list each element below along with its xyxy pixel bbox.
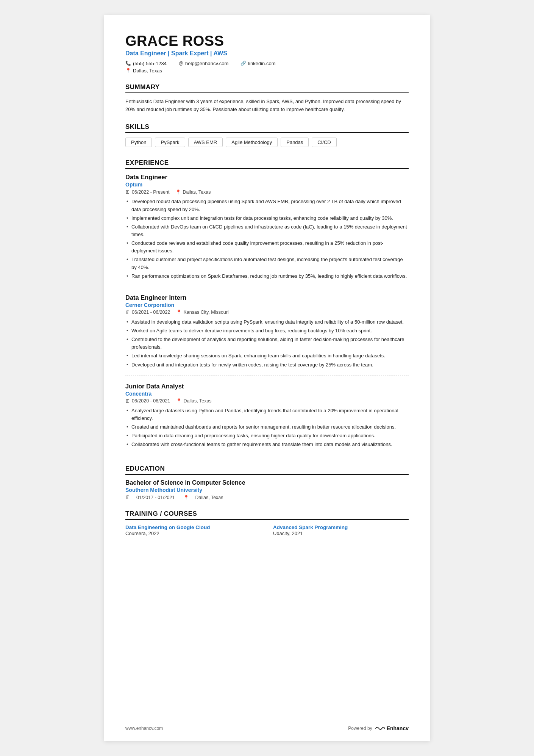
email-address: help@enhancv.com — [185, 61, 228, 66]
enhancv-brand-name: Enhancv — [387, 725, 409, 731]
training-item-name: Advanced Spark Programming — [273, 524, 409, 530]
jobs-container: Data EngineerOptum🗓 06/2022 - Present📍 D… — [125, 174, 409, 455]
education-container: Bachelor of Science in Computer ScienceS… — [125, 479, 409, 500]
job-location: 📍 Dallas, Texas — [175, 189, 211, 195]
enhancv-logo: Enhancv — [375, 725, 409, 732]
pin-icon: 📍 — [183, 495, 189, 500]
contact-row-2: 📍 Dallas, Texas — [125, 68, 409, 74]
training-grid: Data Engineering on Google CloudCoursera… — [125, 524, 409, 536]
summary-title: SUMMARY — [125, 83, 409, 93]
edu-block: Bachelor of Science in Computer ScienceS… — [125, 479, 409, 500]
training-item: Data Engineering on Google CloudCoursera… — [125, 524, 261, 536]
footer-url: www.enhancv.com — [125, 726, 163, 731]
skill-tag: Agile Methodology — [226, 138, 278, 147]
phone-number: (555) 555-1234 — [133, 61, 167, 66]
email-item: @ help@enhancv.com — [179, 61, 228, 66]
bullet-item: Translated customer and project specific… — [125, 256, 409, 271]
job-date: 🗓 06/2022 - Present — [125, 189, 169, 195]
summary-section: SUMMARY Enthusiastic Data Engineer with … — [125, 83, 409, 114]
job-meta: 🗓 06/2022 - Present📍 Dallas, Texas — [125, 189, 409, 195]
bullet-item: Created and maintained dashboards and re… — [125, 423, 409, 431]
training-title: TRAINING / COURSES — [125, 510, 409, 520]
bullet-item: Assisted in developing data validation s… — [125, 318, 409, 326]
job-date: 🗓 06/2020 - 06/2021 — [125, 398, 170, 404]
bullet-item: Analyzed large datasets using Python and… — [125, 407, 409, 422]
job-meta: 🗓 06/2021 - 06/2022📍 Kansas City, Missou… — [125, 310, 409, 315]
bullet-item: Conducted code reviews and established c… — [125, 239, 409, 255]
pin-icon: 📍 — [175, 189, 181, 195]
calendar-icon: 🗓 — [125, 495, 130, 500]
powered-by-label: Powered by — [348, 726, 372, 731]
pin-icon: 📍 — [176, 310, 182, 315]
page-footer: www.enhancv.com Powered by Enhancv — [125, 721, 409, 732]
location-icon: 📍 — [125, 68, 131, 73]
bullet-item: Ran performance optimizations on Spark D… — [125, 272, 409, 280]
training-section: TRAINING / COURSES Data Engineering on G… — [125, 510, 409, 536]
edu-degree: Bachelor of Science in Computer Science — [125, 479, 409, 486]
training-item-provider: Udacity, 2021 — [273, 531, 409, 536]
bullet-item: Participated in data cleaning and prepro… — [125, 432, 409, 440]
training-item-provider: Coursera, 2022 — [125, 531, 261, 536]
skill-tag: PySpark — [155, 138, 185, 147]
calendar-icon: 🗓 — [125, 398, 130, 404]
job-meta: 🗓 06/2020 - 06/2021📍 Dallas, Texas — [125, 398, 409, 404]
skills-row: PythonPySparkAWS EMRAgile MethodologyPan… — [125, 138, 409, 149]
bullet-item: Led internal knowledge sharing sessions … — [125, 352, 409, 360]
training-item-name: Data Engineering on Google Cloud — [125, 524, 261, 530]
job-location: 📍 Kansas City, Missouri — [176, 310, 228, 315]
bullet-item: Developed unit and integration tests for… — [125, 361, 409, 369]
job-location: 📍 Dallas, Texas — [176, 398, 211, 404]
job-title: Data Engineer — [125, 174, 409, 181]
candidate-name: GRACE ROSS — [125, 33, 409, 49]
resume-page: GRACE ROSS Data Engineer | Spark Expert … — [104, 15, 430, 741]
phone-item: 📞 (555) 555-1234 — [125, 61, 167, 66]
job-title: Junior Data Analyst — [125, 383, 409, 390]
job-bullets: Assisted in developing data validation s… — [125, 318, 409, 369]
linkedin-item: 🔗 linkedin.com — [240, 61, 275, 66]
location-text: Dallas, Texas — [133, 68, 162, 74]
job-bullets: Developed robust data processing pipelin… — [125, 198, 409, 280]
job-company: Optum — [125, 182, 409, 188]
enhancv-icon — [375, 725, 385, 732]
location-item: 📍 Dallas, Texas — [125, 68, 162, 74]
linkedin-icon: 🔗 — [240, 61, 246, 66]
skill-tag: Python — [125, 138, 152, 147]
bullet-item: Collaborated with cross-functional teams… — [125, 441, 409, 448]
calendar-icon: 🗓 — [125, 189, 130, 195]
job-company: Concentra — [125, 391, 409, 397]
job-bullets: Analyzed large datasets using Python and… — [125, 407, 409, 449]
job-block: Data Engineer InternCerner Corporation🗓 … — [125, 294, 409, 376]
contact-row-1: 📞 (555) 555-1234 @ help@enhancv.com 🔗 li… — [125, 61, 409, 66]
skills-title: SKILLS — [125, 123, 409, 133]
skill-tag: CI/CD — [312, 138, 336, 147]
phone-icon: 📞 — [125, 61, 131, 66]
summary-text: Enthusiastic Data Engineer with 3 years … — [125, 98, 409, 114]
bullet-item: Developed robust data processing pipelin… — [125, 198, 409, 213]
education-title: EDUCATION — [125, 465, 409, 475]
job-block: Data EngineerOptum🗓 06/2022 - Present📍 D… — [125, 174, 409, 287]
calendar-icon: 🗓 — [125, 310, 130, 315]
linkedin-url: linkedin.com — [248, 61, 275, 66]
skill-tag: AWS EMR — [188, 138, 223, 147]
bullet-item: Implemented complex unit and integration… — [125, 214, 409, 222]
email-icon: @ — [179, 61, 183, 66]
job-company: Cerner Corporation — [125, 302, 409, 308]
job-block: Junior Data AnalystConcentra🗓 06/2020 - … — [125, 383, 409, 455]
bullet-item: Collaborated with DevOps team on CI/CD p… — [125, 223, 409, 238]
edu-school: Southern Methodist University — [125, 487, 409, 493]
bullet-item: Worked on Agile teams to deliver iterati… — [125, 327, 409, 335]
education-section: EDUCATION Bachelor of Science in Compute… — [125, 465, 409, 500]
skill-tag: Pandas — [281, 138, 309, 147]
job-date: 🗓 06/2021 - 06/2022 — [125, 310, 170, 315]
candidate-title: Data Engineer | Spark Expert | AWS — [125, 50, 409, 57]
experience-title: EXPERIENCE — [125, 159, 409, 169]
footer-powered-by: Powered by Enhancv — [348, 725, 409, 732]
edu-meta: 🗓 01/2017 - 01/2021 📍 Dallas, Texas — [125, 495, 409, 500]
pin-icon: 📍 — [176, 398, 182, 404]
header: GRACE ROSS Data Engineer | Spark Expert … — [125, 33, 409, 74]
skills-section: SKILLS PythonPySparkAWS EMRAgile Methodo… — [125, 123, 409, 149]
bullet-item: Contributed to the development of analyt… — [125, 336, 409, 351]
training-item: Advanced Spark ProgrammingUdacity, 2021 — [273, 524, 409, 536]
experience-section: EXPERIENCE Data EngineerOptum🗓 06/2022 -… — [125, 159, 409, 455]
job-title: Data Engineer Intern — [125, 294, 409, 301]
